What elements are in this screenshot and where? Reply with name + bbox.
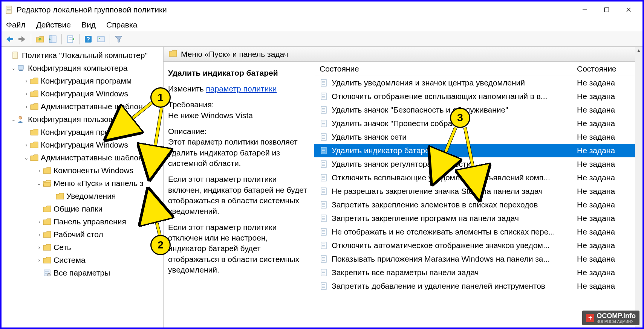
chevron-down-icon[interactable]: ⌄ xyxy=(23,154,30,161)
menu-action[interactable]: Действие xyxy=(36,20,71,29)
policy-name: Удалить уведомления и значок центра увед… xyxy=(332,78,577,87)
back-button[interactable] xyxy=(4,34,15,45)
policy-row[interactable]: Удалить уведомления и значок центра увед… xyxy=(314,76,642,90)
tree-user-software[interactable]: › Конфигурация программ xyxy=(2,126,163,139)
menu-view[interactable]: Вид xyxy=(81,20,96,29)
policy-row[interactable]: Показывать приложения Магазина Windows н… xyxy=(314,252,642,266)
tree-control-panel[interactable]: › Панель управления xyxy=(2,215,163,228)
policy-row[interactable]: Не отображать и не отслеживать элементы … xyxy=(314,225,642,239)
tree-user-admin[interactable]: ⌄ Административные шаблоны xyxy=(2,151,163,164)
tree-root[interactable]: ▸ Политика "Локальный компьютер" xyxy=(2,49,163,62)
folder-icon xyxy=(43,243,51,251)
folder-open-icon xyxy=(43,179,51,187)
svg-rect-20 xyxy=(19,70,23,71)
folder-icon xyxy=(30,141,38,149)
requirements-label: Требования: xyxy=(168,100,214,109)
tree-computer-config[interactable]: ⌄ Конфигурация компьютера xyxy=(2,62,163,75)
tree-start-menu[interactable]: ⌄ Меню «Пуск» и панель з xyxy=(2,177,163,190)
policy-state: Не задана xyxy=(577,105,637,114)
tree-network[interactable]: › Сеть xyxy=(2,241,163,254)
annotation-badge-3: 3 xyxy=(450,108,470,128)
filter-button[interactable] xyxy=(113,34,124,45)
maximize-button[interactable] xyxy=(596,3,618,17)
chevron-right-icon[interactable]: › xyxy=(35,244,43,251)
policy-icon xyxy=(320,119,328,128)
export-list-button[interactable] xyxy=(65,34,76,45)
policy-row[interactable]: Удалить значок регулятора громкостиНе за… xyxy=(314,157,642,171)
chevron-right-icon[interactable]: › xyxy=(23,90,30,97)
policy-row[interactable]: Запретить закрепление элементов в списка… xyxy=(314,198,642,212)
policy-row[interactable]: Удалить значок сетиНе задана xyxy=(314,130,642,144)
svg-point-25 xyxy=(47,273,50,276)
forward-button[interactable] xyxy=(17,34,28,45)
policy-state: Не задана xyxy=(577,78,637,87)
policy-row[interactable]: Удалить индикатор батарейНе задана xyxy=(314,144,642,157)
settings-list-icon xyxy=(43,269,51,277)
policy-state: Не задана xyxy=(577,227,637,236)
tree-comp-software[interactable]: › Конфигурация программ xyxy=(2,75,163,87)
policy-row[interactable]: Удалить значок "Провести собрание"Не зад… xyxy=(314,117,642,130)
tree-all-settings[interactable]: › Все параметры xyxy=(2,267,163,279)
policy-list[interactable]: Удалить уведомления и значок центра увед… xyxy=(314,76,642,327)
app-icon xyxy=(5,5,13,14)
chevron-right-icon[interactable]: › xyxy=(35,256,43,264)
chevron-down-icon[interactable]: ⌄ xyxy=(35,180,43,187)
policy-icon xyxy=(320,174,328,182)
close-button[interactable] xyxy=(618,3,639,17)
requirements-value: Не ниже Windows Vista xyxy=(168,111,253,120)
policy-name: Удалить индикатор батарей xyxy=(332,146,577,155)
policy-name: Отключить отображение всплывающих напоми… xyxy=(332,92,577,101)
scroll-icon xyxy=(11,51,20,59)
menu-help[interactable]: Справка xyxy=(106,20,137,29)
tree-system[interactable]: › Система xyxy=(2,254,163,267)
policy-icon xyxy=(320,160,328,168)
tree-user-config[interactable]: ⌄ Конфигурация пользователя xyxy=(2,113,163,126)
policy-row[interactable]: Запретить добавление и удаление панелей … xyxy=(314,279,642,293)
policy-name: Отключить автоматическое отображение зна… xyxy=(332,241,577,250)
policy-state: Не задана xyxy=(577,241,637,250)
help-button[interactable]: ? xyxy=(83,34,94,45)
tree-shared-folders[interactable]: › Общие папки xyxy=(2,203,163,215)
minimize-button[interactable] xyxy=(574,3,596,17)
tree-windows-components[interactable]: › Компоненты Windows xyxy=(2,164,163,177)
folder-icon xyxy=(43,218,51,226)
chevron-right-icon[interactable]: › xyxy=(35,231,43,238)
filter-options-button[interactable] xyxy=(95,34,107,45)
tree-comp-windows[interactable]: › Конфигурация Windows xyxy=(2,87,163,100)
folder-icon xyxy=(56,192,64,200)
svg-point-18 xyxy=(14,58,14,59)
policy-row[interactable]: Запретить закрепление программ на панели… xyxy=(314,212,642,225)
policy-row[interactable]: Отключить отображение всплывающих напоми… xyxy=(314,90,642,103)
policy-icon xyxy=(320,214,328,222)
chevron-right-icon[interactable]: › xyxy=(35,218,43,225)
chevron-right-icon[interactable]: › xyxy=(35,167,43,174)
chevron-right-icon[interactable]: › xyxy=(23,77,30,85)
menu-file[interactable]: Файл xyxy=(6,20,26,29)
column-state-header-right[interactable]: Состояние xyxy=(577,64,637,73)
show-hide-tree-button[interactable] xyxy=(47,34,58,45)
svg-rect-15 xyxy=(98,37,104,42)
scrollbar[interactable] xyxy=(635,62,642,327)
content-pane: Меню «Пуск» и панель задач Удалить индик… xyxy=(164,47,642,327)
policy-row[interactable]: Закрепить все параметры панели задачНе з… xyxy=(314,266,642,279)
tree-comp-admin[interactable]: › Административные шаблон xyxy=(2,100,163,113)
policy-row[interactable]: Отключить всплывающие уведомления объявл… xyxy=(314,171,642,184)
tree-user-windows[interactable]: › Конфигурация Windows xyxy=(2,139,163,151)
tree-notifications[interactable]: › Уведомления xyxy=(2,190,163,203)
policy-row[interactable]: Удалить значок "Безопасность и обслужива… xyxy=(314,103,642,117)
policy-row[interactable]: Не разрешать закрепление значка Store на… xyxy=(314,184,642,198)
chevron-down-icon[interactable]: ⌄ xyxy=(10,64,17,72)
policy-icon xyxy=(320,255,328,263)
column-state-header-left[interactable]: Состояние xyxy=(320,64,577,73)
edit-policy-link[interactable]: параметр политики xyxy=(206,84,277,93)
policy-row[interactable]: Отключить автоматическое отображение зна… xyxy=(314,239,642,252)
policy-icon xyxy=(320,241,328,250)
chevron-down-icon[interactable]: ⌄ xyxy=(10,116,17,123)
tree-desktop[interactable]: › Рабочий стол xyxy=(2,228,163,241)
chevron-right-icon[interactable]: › xyxy=(23,141,30,149)
policy-tree[interactable]: ▸ Политика "Локальный компьютер" ⌄ Конфи… xyxy=(2,49,163,279)
svg-rect-19 xyxy=(18,65,23,69)
policy-icon xyxy=(320,79,328,87)
chevron-right-icon[interactable]: › xyxy=(23,103,30,110)
up-level-button[interactable] xyxy=(34,34,46,45)
